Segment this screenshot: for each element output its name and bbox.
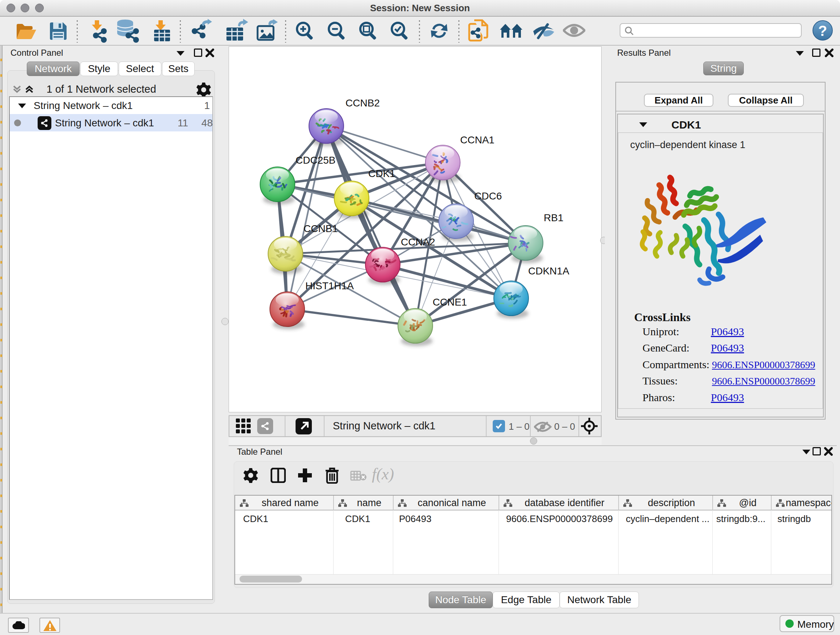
svg-text:CCNB2: CCNB2 xyxy=(346,97,380,109)
svg-text:CDC25B: CDC25B xyxy=(295,155,335,166)
svg-text:CCNA1: CCNA1 xyxy=(460,134,494,146)
svg-text:CDK1: CDK1 xyxy=(368,168,395,179)
svg-text:CCNE1: CCNE1 xyxy=(433,296,467,308)
svg-text:HIST1H1A: HIST1H1A xyxy=(305,280,354,291)
svg-text:CCNA2: CCNA2 xyxy=(401,236,435,248)
svg-text:RB1: RB1 xyxy=(544,212,563,223)
svg-text:CCNB1: CCNB1 xyxy=(303,223,338,234)
svg-text:CDKN1A: CDKN1A xyxy=(528,265,569,277)
svg-text:CDC6: CDC6 xyxy=(474,190,502,202)
